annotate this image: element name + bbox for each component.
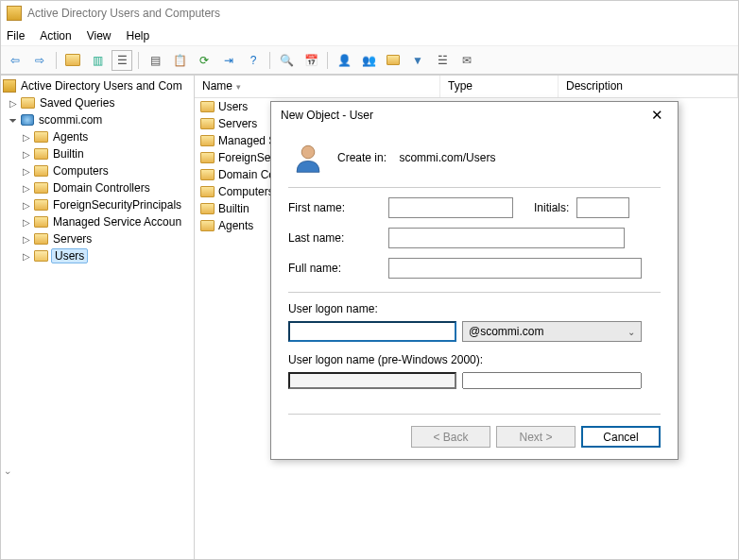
tree-node-foreignsecurityprincipals[interactable]: ▷ForeignSecurityPrincipals xyxy=(1,196,194,213)
column-name[interactable]: Name xyxy=(195,76,440,97)
domain-icon xyxy=(21,114,34,126)
saved-query-button[interactable]: ☱ xyxy=(432,50,453,71)
date-button[interactable]: 📅 xyxy=(301,50,321,71)
tree-node-users[interactable]: ▷Users xyxy=(1,247,194,264)
menu-action[interactable]: Action xyxy=(40,29,71,42)
list-header: Name Type Description xyxy=(195,76,738,98)
domain-suffix-select[interactable]: @scommi.com ⌄ xyxy=(462,321,642,342)
tree-node-managed-service-accoun[interactable]: ▷Managed Service Accoun xyxy=(1,213,194,230)
expand-icon[interactable]: ▷ xyxy=(22,200,31,211)
window-titlebar: Active Directory Users and Computers xyxy=(1,1,738,25)
back-button[interactable]: ⇦ xyxy=(5,50,26,71)
first-name-label: First name: xyxy=(288,201,388,214)
expand-icon[interactable]: ▷ xyxy=(22,183,31,194)
last-name-label: Last name: xyxy=(288,231,388,245)
next-button[interactable]: Next > xyxy=(496,426,576,448)
user-icon xyxy=(292,142,324,174)
folder-icon xyxy=(34,165,48,177)
expand-icon[interactable]: ▷ xyxy=(22,234,31,245)
folder-icon xyxy=(200,203,215,214)
dialog-title: New Object - User xyxy=(281,109,373,122)
folder-icon xyxy=(200,169,215,180)
create-in-label: Create in: xyxy=(337,151,387,164)
new-group-button[interactable]: 👥 xyxy=(358,50,379,71)
logon-pre2000-label: User logon name (pre-Windows 2000): xyxy=(288,353,661,366)
aduc-icon xyxy=(3,79,16,93)
new-user-button[interactable]: 👤 xyxy=(334,50,354,71)
app-icon xyxy=(7,6,22,21)
folder-icon xyxy=(200,101,215,112)
folder-icon xyxy=(34,182,48,194)
tree-node-computers[interactable]: ▷Computers xyxy=(1,162,194,179)
expand-icon[interactable]: ▷ xyxy=(22,132,31,143)
create-in-path: scommi.com/Users xyxy=(399,151,495,164)
tree-node-agents[interactable]: ▷Agents xyxy=(1,128,194,145)
help-button[interactable]: ? xyxy=(243,50,264,71)
tree-node-domain-controllers[interactable]: ▷Domain Controllers xyxy=(1,179,194,196)
logon-name-label: User logon name: xyxy=(288,302,661,315)
refresh-button[interactable]: ⟳ xyxy=(194,50,215,71)
folder-icon xyxy=(200,118,215,129)
back-button[interactable]: < Back xyxy=(411,426,490,448)
folder-icon xyxy=(200,220,215,231)
menu-view[interactable]: View xyxy=(87,29,112,42)
folder-icon xyxy=(34,148,48,160)
menu-help[interactable]: Help xyxy=(127,29,150,42)
first-name-input[interactable] xyxy=(388,197,513,218)
folder-icon xyxy=(200,135,215,146)
new-ou-button[interactable] xyxy=(383,50,404,71)
find-button[interactable]: 🔍 xyxy=(276,50,297,71)
folder-icon xyxy=(34,199,48,211)
list-view-button[interactable]: ☰ xyxy=(112,50,132,71)
initials-input[interactable] xyxy=(576,197,629,218)
tree-node-servers[interactable]: ▷Servers xyxy=(1,230,194,247)
folder-icon xyxy=(21,97,35,109)
toolbar: ⇦ ⇨ ▥ ☰ ▤ 📋 ⟳ ⇥ ? 🔍 📅 👤 👥 ▼ ☱ ✉ xyxy=(1,46,738,75)
tree-node-builtin[interactable]: ▷Builtin xyxy=(1,145,194,162)
tree-domain[interactable]: ⏷ scommi.com xyxy=(1,111,194,128)
showhide-tree-button[interactable]: ▥ xyxy=(87,50,108,71)
full-name-label: Full name: xyxy=(288,262,388,275)
navigation-tree[interactable]: Active Directory Users and Com ▷ Saved Q… xyxy=(1,76,195,559)
properties-button[interactable]: ▤ xyxy=(145,50,165,71)
new-user-dialog: New Object - User ✕ Create in: scommi.co… xyxy=(270,101,679,460)
filter-button[interactable]: ▼ xyxy=(407,50,428,71)
up-button[interactable] xyxy=(62,50,83,71)
folder-icon xyxy=(200,152,215,163)
close-icon[interactable]: ✕ xyxy=(645,107,668,124)
mail-button[interactable]: ✉ xyxy=(456,50,477,71)
expand-icon[interactable]: ▷ xyxy=(22,217,31,228)
folder-icon xyxy=(34,131,48,143)
export-button[interactable]: ⇥ xyxy=(218,50,239,71)
collapse-icon[interactable]: ⏷ xyxy=(9,115,18,126)
folder-icon xyxy=(200,186,215,197)
folder-icon xyxy=(34,250,48,262)
expand-icon[interactable]: ▷ xyxy=(22,251,31,262)
menu-file[interactable]: File xyxy=(7,29,25,42)
chevron-down-icon: ⌄ xyxy=(627,327,635,337)
forward-button[interactable]: ⇨ xyxy=(29,50,50,71)
menu-bar: File Action View Help xyxy=(1,25,738,46)
clipboard-button[interactable]: 📋 xyxy=(169,50,190,71)
splitter-handle[interactable]: › xyxy=(3,471,13,474)
column-type[interactable]: Type xyxy=(440,76,559,97)
last-name-input[interactable] xyxy=(388,228,625,248)
full-name-input[interactable] xyxy=(388,258,642,279)
svg-point-0 xyxy=(301,145,315,159)
expand-icon[interactable]: ▷ xyxy=(9,98,18,109)
expand-icon[interactable]: ▷ xyxy=(22,166,31,177)
cancel-button[interactable]: Cancel xyxy=(581,426,661,448)
initials-label: Initials: xyxy=(534,201,569,214)
folder-icon xyxy=(34,216,48,228)
pre2000-domain-input[interactable] xyxy=(288,372,456,389)
column-description[interactable]: Description xyxy=(559,76,738,97)
window-title: Active Directory Users and Computers xyxy=(27,7,220,20)
tree-root[interactable]: Active Directory Users and Com xyxy=(1,77,194,94)
tree-saved-queries[interactable]: ▷ Saved Queries xyxy=(1,94,194,111)
folder-icon xyxy=(34,233,48,245)
expand-icon[interactable]: ▷ xyxy=(22,149,31,160)
logon-name-input[interactable] xyxy=(288,321,456,342)
pre2000-name-input[interactable] xyxy=(462,372,642,389)
